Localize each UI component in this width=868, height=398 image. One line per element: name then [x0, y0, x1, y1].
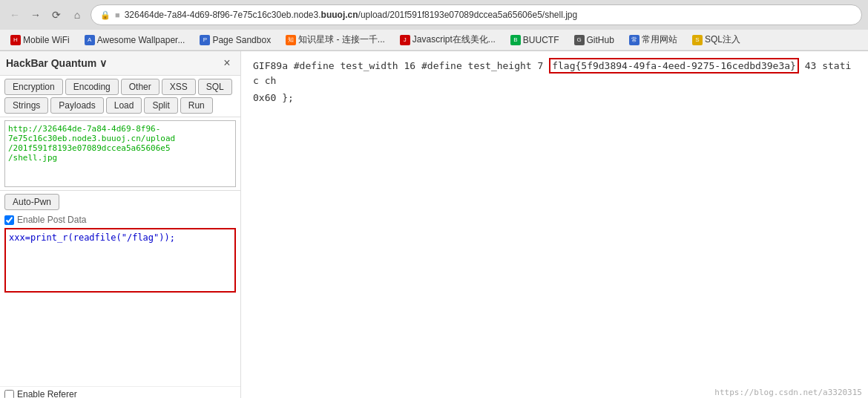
auto-pwn-button[interactable]: Auto-Pwn — [4, 194, 59, 210]
post-data-input[interactable]: xxx=print_r(readfile("/flag")); — [6, 229, 234, 289]
bookmark-favicon: B — [510, 35, 521, 45]
split-button[interactable]: Split — [144, 97, 177, 114]
security-icon: 🔒 — [100, 10, 111, 20]
page-content-line2: 0x60 }; — [253, 91, 856, 105]
url-text: 326464de-7a84-4d69-8f96-7e75c16c30eb.nod… — [125, 10, 578, 20]
bookmark-github[interactable]: G GitHub — [570, 33, 619, 47]
bookmark-common-sites[interactable]: 常 常用网站 — [625, 32, 682, 48]
bookmark-awesome-wallpaper[interactable]: A Awesome Wallpaper... — [80, 33, 190, 47]
button-row-2: Other XSS SQL — [121, 79, 232, 95]
page-content-text: GIF89a #define test_width 16 #define tes… — [253, 59, 856, 88]
address-bar[interactable]: 🔒 ■ 326464de-7a84-4d69-8f96-7e75c16c30eb… — [91, 4, 862, 25]
certificate-icon: ■ — [115, 10, 120, 19]
sidebar-title[interactable]: HackBar Quantum ∨ — [6, 57, 107, 69]
browser-chrome: ← → ⟳ ⌂ 🔒 ■ 326464de-7a84-4d69-8f96-7e75… — [0, 0, 868, 51]
nav-buttons: ← → ⟳ ⌂ — [6, 6, 86, 24]
bookmark-mobile-wifi[interactable]: H Mobile WiFi — [6, 33, 74, 47]
sidebar-close-button[interactable]: × — [220, 56, 234, 71]
enable-referer-label: Enable Referer — [17, 389, 77, 398]
main-layout: HackBar Quantum ∨ × Encryption Encoding … — [0, 51, 868, 398]
sidebar: HackBar Quantum ∨ × Encryption Encoding … — [0, 51, 241, 398]
bookmark-favicon: H — [10, 35, 21, 45]
flag-value: flag{5f9d3894-49fa-4eed-9275-16cedbd39e3… — [549, 58, 799, 74]
button-row-3: Strings Payloads — [4, 97, 104, 114]
content-area: GIF89a #define test_width 16 #define tes… — [241, 51, 868, 398]
enable-referer-checkbox[interactable] — [4, 390, 14, 399]
bookmark-favicon: J — [400, 35, 410, 45]
bookmark-favicon: P — [200, 35, 210, 45]
post-textarea-wrapper: xxx=print_r(readfile("/flag")); — [4, 228, 236, 293]
bookmark-favicon: S — [692, 35, 703, 45]
button-row-1: Encryption Encoding — [4, 79, 119, 95]
bookmark-buuctf[interactable]: B BUUCTF — [506, 33, 564, 47]
xss-button[interactable]: XSS — [162, 79, 196, 95]
auto-pwn-section: Auto-Pwn — [0, 190, 240, 213]
bookmarks-bar: H Mobile WiFi A Awesome Wallpaper... P P… — [0, 30, 868, 50]
watermark: https://blog.csdn.net/a3320315 — [714, 388, 862, 397]
back-button[interactable]: ← — [6, 6, 24, 24]
reload-button[interactable]: ⟳ — [47, 6, 65, 24]
content-before-flag: GIF89a #define test_width 16 #define tes… — [253, 60, 549, 71]
forward-button[interactable]: → — [27, 6, 45, 24]
payloads-button[interactable]: Payloads — [50, 97, 103, 114]
sidebar-function-buttons: Encryption Encoding Other XSS SQL String… — [0, 76, 240, 117]
load-button[interactable]: Load — [106, 97, 142, 114]
enable-post-checkbox[interactable] — [4, 215, 14, 225]
other-button[interactable]: Other — [121, 79, 160, 95]
content-second-line: 0x60 }; — [253, 92, 294, 103]
encoding-button[interactable]: Encoding — [65, 79, 119, 95]
bookmark-favicon: 知 — [286, 35, 296, 45]
bookmark-zhishi[interactable]: 知 知识星球 - 连接一千... — [281, 32, 389, 48]
url-input[interactable]: http://326464de-7a84-4d69-8f96-7e75c16c3… — [4, 120, 236, 187]
bookmark-sql-injection[interactable]: S SQL注入 — [688, 32, 745, 48]
strings-button[interactable]: Strings — [4, 97, 48, 114]
run-button[interactable]: Run — [180, 97, 213, 114]
sql-button[interactable]: SQL — [198, 79, 232, 95]
action-button-row: Load Split Run — [106, 97, 213, 114]
bookmark-favicon: G — [574, 35, 585, 45]
bookmark-favicon: 常 — [629, 35, 640, 45]
enable-post-data-row: Enable Post Data — [0, 213, 240, 226]
bookmark-javascript[interactable]: J Javascript在线美化... — [395, 32, 500, 48]
sidebar-header: HackBar Quantum ∨ × — [0, 51, 240, 76]
bookmark-page-sandbox[interactable]: P Page Sandbox — [195, 33, 275, 47]
bookmark-favicon: A — [85, 35, 95, 45]
enable-post-label: Enable Post Data — [17, 215, 86, 225]
enable-referer-row: Enable Referer — [0, 386, 240, 398]
browser-toolbar: ← → ⟳ ⌂ 🔒 ■ 326464de-7a84-4d69-8f96-7e75… — [0, 0, 868, 30]
encryption-button[interactable]: Encryption — [4, 79, 63, 95]
home-button[interactable]: ⌂ — [68, 6, 86, 24]
